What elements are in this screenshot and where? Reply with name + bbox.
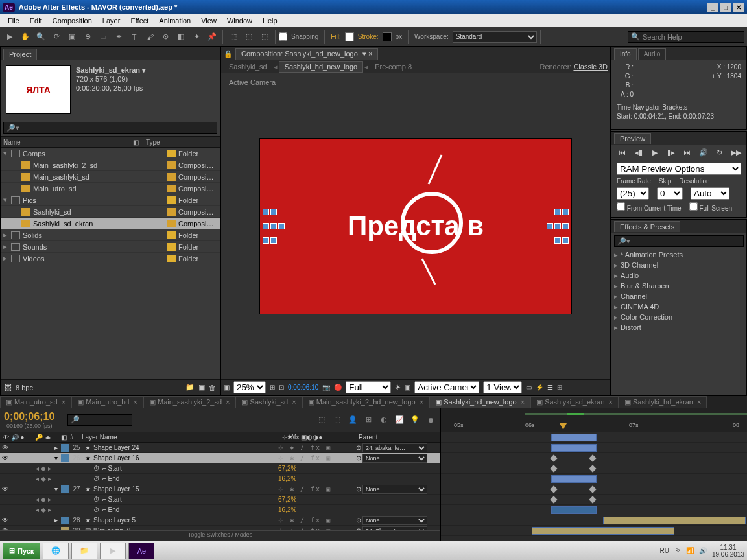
project-search[interactable]: 🔎▾ — [3, 122, 217, 134]
flowchart-icon[interactable]: ⊞ — [557, 384, 562, 391]
camera-tool[interactable]: ▣ — [65, 30, 79, 44]
project-item[interactable]: ▾PicsFolder — [1, 194, 220, 206]
res-icon[interactable]: ⊞ — [270, 384, 275, 391]
info-tab[interactable]: Info — [614, 48, 637, 60]
lock-icon[interactable]: 🔒 — [224, 50, 233, 58]
preset-row[interactable]: ▸Blur & Sharpen — [611, 281, 746, 291]
roto-tool[interactable]: ✦ — [189, 30, 204, 44]
quality-select[interactable]: Full — [346, 381, 391, 393]
preset-row[interactable]: ▸Color Correction — [611, 312, 746, 322]
menu-effect[interactable]: Effect — [125, 17, 154, 25]
timeline-tab[interactable]: ▣ Main_utro_hd× — [71, 396, 143, 408]
mute-button[interactable]: 🔊 — [698, 147, 709, 158]
tray-flag-icon[interactable]: 🏳 — [674, 547, 681, 554]
project-item[interactable]: Main_sashlyki_sdComposi… — [1, 171, 220, 183]
menu-help[interactable]: Help — [257, 17, 283, 25]
timeline-tab[interactable]: ▣ Main_sashlyki_2_sd× — [143, 396, 236, 408]
menu-file[interactable]: File — [3, 17, 25, 25]
draft3d-icon[interactable]: ⬚ — [331, 414, 343, 426]
ram-options-select[interactable]: RAM Preview Options — [617, 163, 741, 175]
maximize-button[interactable]: □ — [720, 3, 731, 12]
preset-row[interactable]: ▸Distort — [611, 322, 746, 332]
layer-row[interactable]: 👁▾27★Shape Layer 15⊹ ✱ / fx ▣⊙None — [0, 484, 440, 495]
fast-preview-icon[interactable]: ⚡ — [536, 384, 543, 391]
preset-row[interactable]: ▸Audio — [611, 270, 746, 281]
roi-icon[interactable]: ▣ — [405, 384, 410, 391]
preview-tab[interactable]: Preview — [614, 133, 651, 144]
project-tree[interactable]: ▾CompsFolderMain_sashlyki_2_sdComposi…Ma… — [1, 148, 220, 379]
prev-frame-button[interactable]: ◂▮ — [633, 147, 645, 158]
workspace-select[interactable]: Standard — [453, 31, 537, 43]
play-button[interactable]: ▶ — [649, 147, 661, 158]
resolution-select[interactable]: Auto — [691, 187, 729, 200]
snapping-checkbox[interactable] — [279, 32, 287, 41]
timeline-tab[interactable]: ▣ Sashlyki_hd_new_logo× — [429, 396, 530, 408]
comp-mini-flow-icon[interactable]: ⬚ — [316, 414, 327, 426]
zoom-select[interactable]: 25% — [233, 381, 266, 393]
clone-tool[interactable]: ⊙ — [158, 30, 172, 44]
fill-swatch[interactable] — [345, 32, 354, 41]
crumb-0[interactable]: Sashlyki_sd — [224, 62, 272, 72]
taskbar-ae-icon[interactable]: Ae — [128, 542, 154, 559]
loop-button[interactable]: ↻ — [714, 147, 726, 158]
composition-tab[interactable]: Composition: Sashlyki_hd_new_logo ▾ × — [235, 48, 378, 60]
new-comp-icon[interactable]: ▣ — [198, 383, 205, 391]
grid-icon[interactable]: ⊡ — [279, 384, 284, 391]
menu-layer[interactable]: Layer — [97, 17, 126, 25]
layer-row[interactable]: 👁▸28★Shape Layer 5⊹ ✱ / fx ▣⊙None — [0, 515, 440, 526]
property-row[interactable]: ◂ ◆ ▸⏱⌐ End16,2% — [0, 505, 440, 515]
timeline-tab[interactable]: ▣ Sashlyki_hd_ekran× — [619, 396, 707, 408]
timeline-ruler[interactable]: 05s06s07s08 — [441, 408, 747, 432]
last-frame-button[interactable]: ⏭ — [682, 147, 693, 158]
property-row[interactable]: ◂ ◆ ▸⏱⌐ End16,2% — [0, 474, 440, 484]
menu-edit[interactable]: Edit — [25, 17, 47, 25]
world-axis-icon[interactable]: ⬚ — [242, 30, 256, 44]
timeline-icon[interactable]: ☰ — [547, 384, 553, 391]
selection-tool[interactable]: ▶ — [3, 30, 17, 44]
tray-network-icon[interactable]: 📶 — [686, 547, 694, 554]
eraser-tool[interactable]: ◧ — [174, 30, 188, 44]
project-item[interactable]: Main_utro_sdComposi… — [1, 183, 220, 194]
project-item[interactable]: Sashlyki_sd_ekranComposi… — [1, 218, 220, 229]
col-name-header[interactable]: Name — [3, 139, 133, 146]
ram-preview-button[interactable]: ▶▶ — [730, 147, 742, 158]
new-folder-icon[interactable]: 📁 — [185, 383, 195, 391]
preset-row[interactable]: ▸CINEMA 4D — [611, 301, 746, 312]
shape-tool[interactable]: ▭ — [96, 30, 110, 44]
first-frame-button[interactable]: ⏮ — [617, 147, 628, 158]
pixel-aspect-icon[interactable]: ▭ — [526, 384, 532, 391]
property-row[interactable]: ◂ ◆ ▸⏱⌐ Start67,2% — [0, 495, 440, 505]
taskbar-ie-icon[interactable]: 🌐 — [43, 542, 69, 559]
menu-animation[interactable]: Animation — [154, 17, 196, 25]
view-axis-icon[interactable]: ⬚ — [257, 30, 272, 44]
minimize-button[interactable]: _ — [707, 3, 718, 12]
project-item[interactable]: ▸VideosFolder — [1, 253, 220, 264]
project-item[interactable]: Sashlyki_sdComposi… — [1, 206, 220, 218]
project-item[interactable]: ▸SolidsFolder — [1, 229, 220, 241]
composition-canvas[interactable]: Предста в — [260, 139, 571, 314]
trash-icon[interactable]: 🗑 — [209, 384, 216, 391]
preset-row[interactable]: ▸* Animation Presets — [611, 250, 746, 260]
layer-row[interactable]: 👁▸29▣[Pre-comp 7]⊹ ✱ / fx ▣⊙34. Shape La… — [0, 526, 440, 530]
fullscreen-checkbox[interactable] — [689, 202, 698, 211]
close-button[interactable]: ✕ — [733, 3, 744, 12]
timeline-tab[interactable]: ▣ Main_utro_sd× — [0, 396, 71, 408]
timeline-tab[interactable]: ▣ Sashlyki_sd_ekran× — [530, 396, 619, 408]
stroke-swatch[interactable] — [383, 32, 392, 41]
timeline-timecode[interactable]: 0;00;06;10 — [4, 411, 54, 423]
interpret-icon[interactable]: 🖾 — [5, 384, 12, 391]
bpc-toggle[interactable]: 8 bpc — [16, 384, 33, 391]
channel-icon[interactable]: 🔴 — [334, 384, 342, 391]
pan-behind-tool[interactable]: ⊕ — [80, 30, 95, 44]
layer-row[interactable]: 👁▸25★Shape Layer 24⊹ ✱ / fx ▣⊙24. abakan… — [0, 443, 440, 453]
skip-select[interactable]: 0 — [657, 187, 683, 200]
brush-tool[interactable]: 🖌 — [143, 30, 157, 44]
crumb-2[interactable]: Pre-comp 8 — [370, 62, 417, 72]
taskbar-explorer-icon[interactable]: 📁 — [71, 542, 97, 559]
type-tool[interactable]: T — [127, 30, 141, 44]
menu-window[interactable]: Window — [222, 17, 257, 25]
renderer-button[interactable]: Classic 3D — [573, 63, 608, 71]
puppet-tool[interactable]: 📌 — [205, 30, 219, 44]
tray-lang[interactable]: RU — [659, 547, 669, 554]
preset-row[interactable]: ▸Channel — [611, 291, 746, 301]
